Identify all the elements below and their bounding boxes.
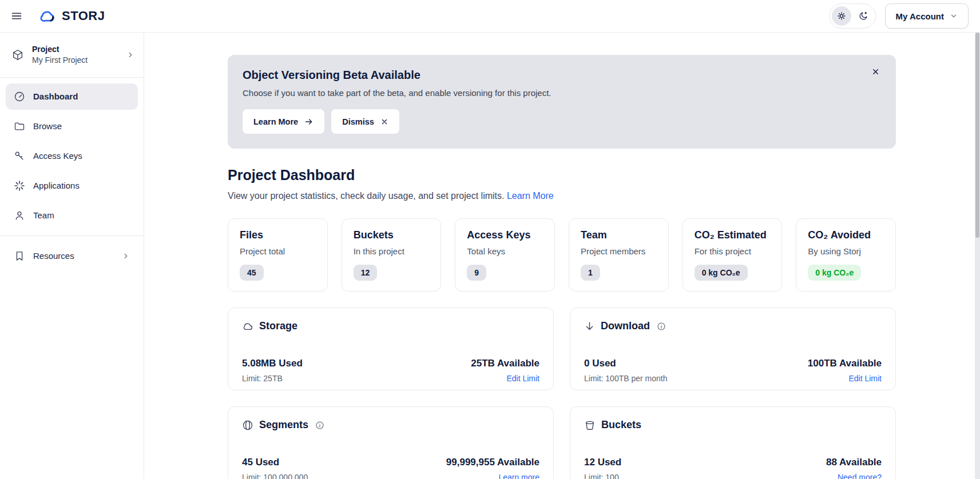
scrollbar-thumb[interactable] [975, 33, 979, 238]
segments-limit: Limit: 100,000,000 [242, 473, 308, 479]
my-account-label: My Account [896, 11, 944, 21]
sun-icon [836, 11, 847, 21]
project-selector[interactable]: Project My First Project [0, 33, 144, 78]
sidebar-item-label: Team [33, 210, 130, 220]
sidebar-item-access-keys[interactable]: Access Keys [6, 143, 138, 169]
folder-icon [14, 121, 25, 132]
chevron-right-icon [122, 252, 130, 260]
stat-card-title: CO₂ Avoided [808, 229, 884, 241]
buckets-available: 88 Available [826, 457, 882, 468]
stat-cards-row: Files Project total 45 Buckets In this p… [228, 218, 896, 292]
sidebar-item-label: Resources [33, 251, 114, 261]
arrow-down-icon [584, 321, 595, 332]
user-icon [14, 210, 25, 221]
stat-card-title: Team [581, 229, 657, 241]
page-scrollbar[interactable] [975, 33, 980, 479]
storj-logo[interactable]: STORJ [38, 8, 105, 24]
usage-card-buckets: Buckets 12 Used 88 Available Limit: 100 … [570, 406, 896, 479]
sidebar-item-label: Applications [33, 181, 130, 190]
storage-available: 25TB Available [471, 358, 539, 369]
usage-cards-grid: Storage 5.08MB Used 25TB Available Limit… [228, 308, 896, 479]
stat-card-subtitle: In this project [354, 246, 430, 256]
segments-available: 99,999,955 Available [446, 457, 539, 468]
usage-card-title: Storage [259, 320, 297, 332]
usage-card-storage: Storage 5.08MB Used 25TB Available Limit… [228, 308, 554, 390]
close-icon [871, 67, 880, 76]
banner-title: Object Versioning Beta Available [243, 69, 880, 82]
sidebar-item-applications[interactable]: Applications [6, 173, 138, 199]
banner-close-button[interactable] [870, 66, 881, 77]
stat-card-value-badge: 9 [467, 265, 486, 281]
page-subtitle-text: View your project statistics, check dail… [228, 191, 504, 201]
stat-card-title: CO₂ Estimated [695, 229, 771, 241]
segments-learn-more-link[interactable]: Learn more [498, 473, 539, 479]
gauge-icon [14, 91, 25, 102]
stat-card-access-keys: Access Keys Total keys 9 [455, 218, 555, 292]
light-mode-button[interactable] [832, 6, 851, 26]
download-limit: Limit: 100TB per month [584, 374, 668, 383]
storage-edit-limit-link[interactable]: Edit Limit [506, 374, 539, 383]
stat-card-subtitle: Total keys [467, 246, 543, 256]
stat-card-subtitle: Project members [581, 246, 657, 256]
versioning-banner: Object Versioning Beta Available Choose … [228, 55, 896, 149]
buckets-used: 12 Used [584, 457, 621, 468]
segments-icon [242, 420, 253, 431]
stat-card-value-badge: 0 kg CO₂e [695, 265, 748, 281]
sidebar-item-browse[interactable]: Browse [6, 113, 138, 139]
banner-learn-more-button[interactable]: Learn More [243, 109, 324, 134]
usage-card-segments: Segments 45 Used 99,999,955 Available Li… [228, 406, 554, 479]
download-used: 0 Used [584, 358, 616, 369]
download-available: 100TB Available [808, 358, 882, 369]
page-subtitle: View your project statistics, check dail… [228, 191, 896, 201]
stat-card-subtitle: For this project [695, 246, 771, 256]
page-learn-more-link[interactable]: Learn More [507, 191, 554, 201]
theme-toggle [829, 3, 876, 29]
sidebar-item-team[interactable]: Team [6, 202, 138, 229]
buckets-need-more-link[interactable]: Need more? [838, 473, 882, 479]
stat-card-value-badge: 45 [240, 265, 264, 281]
main-content: Object Versioning Beta Available Choose … [144, 33, 980, 479]
banner-description: Choose if you want to take part of the b… [243, 88, 880, 98]
my-account-button[interactable]: My Account [885, 3, 969, 29]
banner-dismiss-button[interactable]: Dismiss [331, 109, 399, 134]
stat-card-value-badge: 12 [354, 265, 378, 281]
sidebar-item-dashboard[interactable]: Dashboard [6, 83, 138, 110]
download-edit-limit-link[interactable]: Edit Limit [848, 374, 882, 383]
sidebar-item-label: Browse [33, 121, 130, 131]
stat-card-value-badge: 1 [581, 265, 600, 281]
buckets-limit: Limit: 100 [584, 473, 619, 479]
cloud-icon [242, 321, 253, 332]
stat-card-buckets: Buckets In this project 12 [342, 218, 442, 292]
top-bar: STORJ My Account [0, 0, 980, 33]
stat-card-title: Buckets [354, 229, 430, 241]
stat-card-files: Files Project total 45 [228, 218, 328, 292]
hamburger-menu-button[interactable] [8, 7, 25, 25]
sidebar-divider [0, 235, 144, 236]
stat-card-subtitle: By using Storj [808, 246, 884, 256]
arrow-right-icon [304, 117, 314, 126]
bucket-icon [584, 420, 596, 431]
stat-card-title: Access Keys [467, 229, 543, 241]
page-title: Project Dashboard [228, 167, 896, 183]
stat-card-value-badge: 0 kg CO₂e [808, 265, 861, 281]
chevron-right-icon [126, 51, 134, 59]
stat-card-co2-estimated: CO₂ Estimated For this project 0 kg CO₂e [683, 218, 783, 292]
sidebar-nav: Dashboard Browse Access Keys Application… [0, 78, 144, 278]
sidebar-item-resources[interactable]: Resources [6, 243, 138, 269]
usage-card-title: Buckets [601, 419, 641, 431]
close-icon [380, 118, 388, 126]
info-icon[interactable] [657, 322, 666, 331]
usage-card-title: Segments [259, 419, 308, 431]
stat-card-subtitle: Project total [240, 246, 316, 256]
hamburger-icon [10, 10, 23, 22]
project-label: Project [32, 44, 118, 55]
sidebar-item-label: Access Keys [33, 151, 130, 161]
dark-mode-button[interactable] [854, 6, 873, 26]
info-icon[interactable] [315, 421, 324, 430]
chevron-down-icon [950, 12, 958, 20]
banner-dismiss-label: Dismiss [342, 117, 374, 126]
usage-card-download: Download 0 Used 100TB Available Limit: 1… [570, 308, 896, 390]
usage-card-title: Download [601, 320, 650, 332]
stat-card-title: Files [240, 229, 316, 241]
cube-icon [11, 49, 24, 61]
